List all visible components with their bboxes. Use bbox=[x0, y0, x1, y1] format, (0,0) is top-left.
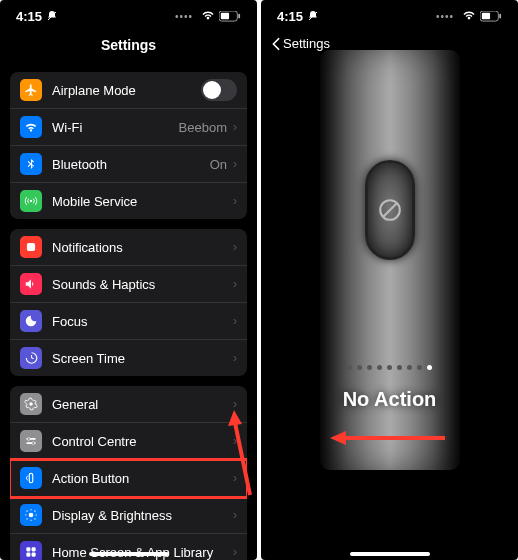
chevron-right-icon: › bbox=[233, 397, 237, 411]
chevron-right-icon: › bbox=[233, 351, 237, 365]
wifi-status-icon bbox=[201, 11, 215, 21]
action-mode-title: No Action bbox=[343, 388, 437, 411]
chevron-right-icon: › bbox=[233, 120, 237, 134]
row-detail: Beebom bbox=[179, 120, 227, 135]
settings-group-alerts: Notifications›Sounds & Haptics›Focus›Scr… bbox=[10, 229, 247, 376]
svg-point-12 bbox=[29, 513, 34, 518]
settings-row-control-centre[interactable]: Control Centre› bbox=[10, 423, 247, 460]
sounds-icon bbox=[20, 273, 42, 295]
home-screen-icon bbox=[20, 541, 42, 560]
svg-rect-3 bbox=[238, 13, 240, 18]
settings-row-sounds-haptics[interactable]: Sounds & Haptics› bbox=[10, 266, 247, 303]
status-bar: 4:15 •••• bbox=[261, 0, 518, 28]
back-label: Settings bbox=[283, 36, 330, 51]
display-icon bbox=[20, 504, 42, 526]
settings-screen: 4:15 •••• Settings Airplane ModeWi-FiBee… bbox=[0, 0, 257, 560]
chevron-right-icon: › bbox=[233, 545, 237, 559]
svg-rect-13 bbox=[26, 547, 30, 551]
settings-group-general: General›Control Centre›Action Button›Dis… bbox=[10, 386, 247, 560]
home-indicator bbox=[89, 552, 169, 556]
settings-row-wi-fi[interactable]: Wi-FiBeebom› bbox=[10, 109, 247, 146]
row-label: Focus bbox=[52, 314, 233, 329]
settings-header: Settings bbox=[0, 28, 257, 62]
general-icon bbox=[20, 393, 42, 415]
focus-icon bbox=[20, 310, 42, 332]
settings-row-mobile-service[interactable]: Mobile Service› bbox=[10, 183, 247, 219]
battery-icon bbox=[219, 11, 241, 22]
svg-rect-16 bbox=[32, 553, 36, 557]
row-label: Airplane Mode bbox=[52, 83, 201, 98]
wifi-icon bbox=[20, 116, 42, 138]
svg-marker-23 bbox=[228, 410, 242, 426]
action-button-shape bbox=[365, 160, 415, 260]
settings-row-display-brightness[interactable]: Display & Brightness› bbox=[10, 497, 247, 534]
settings-row-bluetooth[interactable]: BluetoothOn› bbox=[10, 146, 247, 183]
svg-point-10 bbox=[32, 442, 35, 445]
settings-row-general[interactable]: General› bbox=[10, 386, 247, 423]
row-label: Control Centre bbox=[52, 434, 233, 449]
no-action-icon bbox=[377, 197, 403, 223]
row-label: Bluetooth bbox=[52, 157, 210, 172]
chevron-right-icon: › bbox=[233, 194, 237, 208]
annotation-arrow-up bbox=[228, 410, 257, 500]
annotation-arrow-left bbox=[330, 428, 450, 448]
action-button-header: Settings bbox=[261, 28, 518, 44]
svg-rect-14 bbox=[32, 547, 36, 551]
chevron-right-icon: › bbox=[233, 314, 237, 328]
cell-signal-icon: •••• bbox=[175, 11, 193, 22]
settings-row-screen-time[interactable]: Screen Time› bbox=[10, 340, 247, 376]
back-button[interactable]: Settings bbox=[271, 36, 330, 51]
row-label: Action Button bbox=[52, 471, 233, 486]
chevron-left-icon bbox=[271, 37, 281, 51]
action-button-icon bbox=[20, 467, 42, 489]
row-label: Notifications bbox=[52, 240, 233, 255]
page-dot[interactable] bbox=[407, 365, 412, 370]
svg-rect-5 bbox=[27, 243, 35, 251]
settings-group-network: Airplane ModeWi-FiBeebom›BluetoothOn›Mob… bbox=[10, 72, 247, 219]
cell-signal-icon: •••• bbox=[436, 11, 454, 22]
svg-rect-2 bbox=[221, 12, 229, 18]
row-label: Screen Time bbox=[52, 351, 233, 366]
airplane-toggle[interactable] bbox=[201, 79, 237, 101]
chevron-right-icon: › bbox=[233, 277, 237, 291]
settings-row-focus[interactable]: Focus› bbox=[10, 303, 247, 340]
row-label: General bbox=[52, 397, 233, 412]
status-bar: 4:15 •••• bbox=[0, 0, 257, 28]
svg-rect-27 bbox=[499, 13, 501, 18]
action-button-preview[interactable]: No Action bbox=[261, 60, 518, 560]
svg-line-22 bbox=[234, 418, 250, 495]
silent-icon bbox=[46, 10, 58, 22]
page-dot[interactable] bbox=[347, 365, 352, 370]
row-label: Wi-Fi bbox=[52, 120, 179, 135]
svg-rect-15 bbox=[26, 553, 30, 557]
page-dot[interactable] bbox=[377, 365, 382, 370]
settings-row-airplane-mode[interactable]: Airplane Mode bbox=[10, 72, 247, 109]
page-dot[interactable] bbox=[367, 365, 372, 370]
svg-point-6 bbox=[29, 402, 33, 406]
svg-point-9 bbox=[27, 438, 30, 441]
svg-marker-31 bbox=[330, 431, 346, 445]
settings-row-action-button[interactable]: Action Button› bbox=[10, 460, 247, 497]
control-centre-icon bbox=[20, 430, 42, 452]
chevron-right-icon: › bbox=[233, 157, 237, 171]
svg-line-29 bbox=[383, 204, 396, 217]
page-dot[interactable] bbox=[397, 365, 402, 370]
status-time: 4:15 bbox=[16, 9, 42, 24]
settings-row-home-screen-app-library[interactable]: Home Screen & App Library› bbox=[10, 534, 247, 560]
settings-row-notifications[interactable]: Notifications› bbox=[10, 229, 247, 266]
bluetooth-icon bbox=[20, 153, 42, 175]
screentime-icon bbox=[20, 347, 42, 369]
page-dot[interactable] bbox=[427, 365, 432, 370]
status-time: 4:15 bbox=[277, 9, 303, 24]
svg-rect-26 bbox=[482, 12, 490, 18]
cellular-icon bbox=[20, 190, 42, 212]
page-dot[interactable] bbox=[357, 365, 362, 370]
svg-point-4 bbox=[30, 200, 32, 202]
page-dot[interactable] bbox=[387, 365, 392, 370]
page-dot[interactable] bbox=[417, 365, 422, 370]
airplane-icon bbox=[20, 79, 42, 101]
action-button-screen: 4:15 •••• Settings No Action bbox=[261, 0, 518, 560]
page-indicator[interactable] bbox=[347, 365, 432, 370]
row-label: Display & Brightness bbox=[52, 508, 233, 523]
chevron-right-icon: › bbox=[233, 240, 237, 254]
